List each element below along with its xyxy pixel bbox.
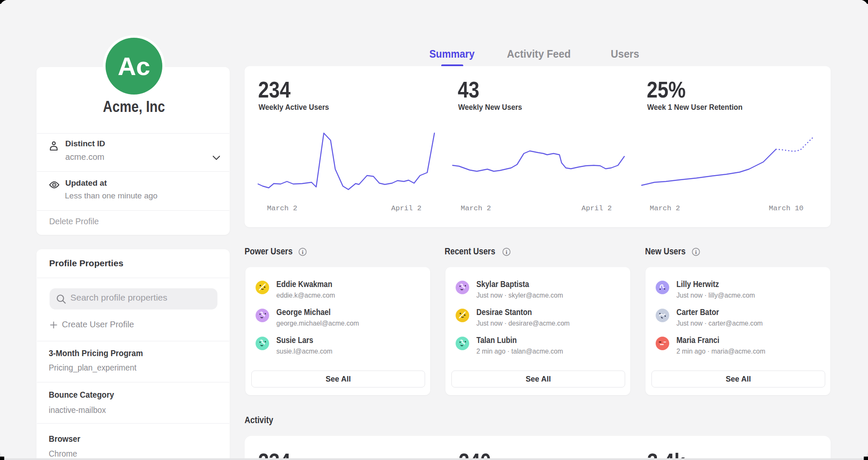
svg-text:i: i <box>695 249 697 255</box>
svg-text:i: i <box>506 249 507 255</box>
svg-text:i: i <box>302 249 303 255</box>
